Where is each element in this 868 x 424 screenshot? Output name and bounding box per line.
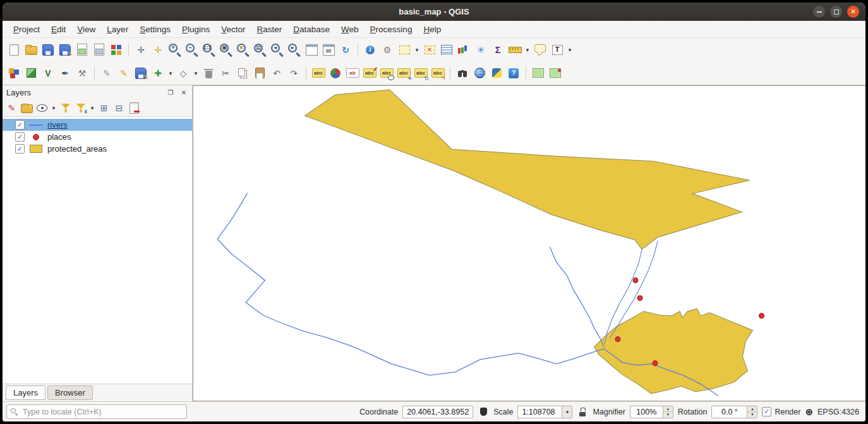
magnifier-spinbox[interactable] bbox=[630, 406, 673, 418]
run-feature-action-icon[interactable]: ⚙ bbox=[379, 42, 395, 58]
close-button[interactable] bbox=[847, 6, 859, 18]
scale-input[interactable] bbox=[517, 406, 562, 418]
binoculars-icon[interactable] bbox=[454, 65, 471, 82]
rotate-label-icon[interactable]: abc bbox=[413, 65, 429, 82]
menu-item[interactable]: Edit bbox=[45, 22, 71, 37]
paste-features-icon[interactable] bbox=[251, 65, 268, 82]
vertex-tool-dropdown[interactable] bbox=[192, 65, 200, 82]
zoom-full-icon[interactable]: ▣ bbox=[218, 42, 234, 58]
pan-to-selection-icon[interactable]: ✛ bbox=[150, 42, 166, 58]
collapse-all-icon[interactable]: ⊟ bbox=[112, 100, 126, 115]
current-edits-icon[interactable]: ✎ bbox=[99, 65, 115, 82]
add-feature-icon[interactable]: ✚ bbox=[150, 65, 166, 82]
new-geopackage-layer-icon[interactable] bbox=[23, 65, 39, 82]
open-project-icon[interactable] bbox=[23, 42, 39, 58]
menu-item[interactable]: Raster bbox=[251, 22, 288, 37]
zoom-to-selection-icon[interactable]: ■ bbox=[235, 42, 251, 58]
annotation-dropdown[interactable] bbox=[566, 42, 574, 58]
zoom-next-icon[interactable]: ▸ bbox=[286, 42, 303, 58]
show-hide-labels-icon[interactable]: abc bbox=[378, 65, 395, 82]
rotation-spinbox[interactable] bbox=[711, 406, 757, 418]
tab-browser[interactable]: Browser bbox=[47, 385, 93, 400]
new-map-view-icon[interactable] bbox=[303, 42, 320, 58]
float-panel-icon[interactable] bbox=[166, 89, 175, 96]
layer-checkbox[interactable] bbox=[15, 132, 25, 142]
pin-labels-icon[interactable]: abc bbox=[361, 65, 378, 82]
highlight-labels-icon[interactable]: ab bbox=[344, 65, 361, 82]
layer-diagram-icon[interactable] bbox=[327, 65, 344, 82]
render-toggle[interactable]: Render bbox=[762, 407, 800, 416]
title-bar[interactable]: basic_map - QGIS bbox=[3, 3, 865, 21]
statistical-summary-icon[interactable]: Σ bbox=[490, 42, 506, 58]
locator-bar[interactable] bbox=[6, 404, 187, 419]
undo-icon[interactable]: ↶ bbox=[268, 65, 285, 82]
menu-item[interactable]: Database bbox=[287, 22, 335, 37]
layout-manager-icon[interactable] bbox=[91, 42, 107, 58]
filter-legend-icon[interactable] bbox=[58, 100, 73, 115]
data-source-manager-icon[interactable] bbox=[6, 65, 22, 82]
open-layer-styling-icon[interactable]: ✎ bbox=[4, 100, 19, 115]
layer-item-protected-areas[interactable]: protected_areas bbox=[3, 143, 192, 155]
zoom-to-layer-icon[interactable]: ▤ bbox=[252, 42, 268, 58]
layer-labeling-icon[interactable]: abc bbox=[310, 65, 327, 82]
layer-item-rivers[interactable]: rivers bbox=[3, 119, 192, 131]
new-shapefile-layer-icon[interactable]: V bbox=[40, 65, 56, 82]
filter-by-expression-icon[interactable]: ε bbox=[73, 100, 88, 115]
move-label-icon[interactable]: abc bbox=[395, 65, 412, 82]
new-virtual-layer-icon[interactable]: ⚒ bbox=[74, 65, 90, 82]
zoom-out-icon[interactable]: − bbox=[184, 42, 200, 58]
redo-icon[interactable]: ↷ bbox=[286, 65, 302, 82]
map-canvas[interactable] bbox=[193, 85, 865, 401]
measure-icon[interactable] bbox=[507, 42, 523, 58]
magnifier-input[interactable] bbox=[630, 406, 663, 418]
delete-selected-icon[interactable] bbox=[200, 65, 217, 82]
green-map-plugin-icon[interactable] bbox=[530, 65, 546, 82]
cut-features-icon[interactable]: ✂ bbox=[217, 65, 234, 82]
close-panel-icon[interactable] bbox=[179, 89, 188, 96]
text-annotation-icon[interactable]: T bbox=[549, 42, 565, 58]
refresh-icon[interactable]: ↻ bbox=[337, 42, 354, 58]
menu-item[interactable]: Settings bbox=[134, 22, 176, 37]
new-print-layout-icon[interactable] bbox=[74, 42, 90, 58]
options-icon[interactable]: ✳ bbox=[473, 42, 489, 58]
copy-features-icon[interactable] bbox=[234, 65, 251, 82]
select-features-dropdown[interactable] bbox=[413, 42, 421, 58]
spinner-arrows-icon[interactable] bbox=[747, 406, 757, 418]
rotation-input[interactable] bbox=[711, 406, 747, 418]
layer-item-places[interactable]: places bbox=[3, 131, 192, 143]
help-contents-icon[interactable]: ? bbox=[505, 65, 522, 82]
layer-checkbox[interactable] bbox=[15, 144, 25, 154]
new-project-icon[interactable] bbox=[6, 42, 22, 58]
field-calculator-icon[interactable] bbox=[455, 42, 472, 58]
new-spatialite-layer-icon[interactable]: ✒ bbox=[57, 65, 73, 82]
new-3d-map-view-icon[interactable]: 3D bbox=[320, 42, 337, 58]
vertex-tool-icon[interactable]: ◇ bbox=[175, 65, 191, 82]
pan-map-icon[interactable]: ✛ bbox=[133, 42, 149, 58]
menu-item[interactable]: Help bbox=[418, 22, 447, 37]
menu-item[interactable]: Web bbox=[335, 22, 365, 37]
spinner-arrows-icon[interactable] bbox=[663, 406, 673, 418]
map-themes-dropdown[interactable] bbox=[50, 100, 57, 116]
menu-item[interactable]: Plugins bbox=[176, 22, 215, 37]
menu-item[interactable]: Layer bbox=[101, 22, 134, 37]
toggle-editing-icon[interactable]: ✎ bbox=[116, 65, 132, 82]
python-console-icon[interactable] bbox=[488, 65, 505, 82]
filter-expression-dropdown[interactable] bbox=[88, 100, 96, 116]
menu-item[interactable]: Project bbox=[8, 22, 45, 37]
render-checkbox[interactable] bbox=[762, 407, 771, 416]
open-attribute-table-icon[interactable] bbox=[438, 42, 455, 58]
style-manager-icon[interactable] bbox=[108, 42, 124, 58]
map-tips-icon[interactable] bbox=[532, 42, 548, 58]
menu-item[interactable]: Processing bbox=[365, 22, 418, 37]
red-map-plugin-icon[interactable] bbox=[547, 65, 564, 82]
add-group-icon[interactable] bbox=[20, 100, 34, 115]
remove-layer-icon[interactable] bbox=[127, 100, 142, 115]
crs-status[interactable]: EPSG:4326 bbox=[817, 408, 859, 416]
save-layer-edits-icon[interactable]: ✎ bbox=[133, 65, 149, 82]
deselect-features-icon[interactable]: ✕ bbox=[421, 42, 438, 58]
extents-toggle-icon[interactable] bbox=[478, 406, 489, 418]
identify-features-icon[interactable]: i bbox=[362, 42, 378, 58]
maximize-button[interactable] bbox=[830, 6, 842, 18]
menu-item[interactable]: View bbox=[71, 22, 101, 37]
select-features-icon[interactable] bbox=[396, 42, 413, 58]
